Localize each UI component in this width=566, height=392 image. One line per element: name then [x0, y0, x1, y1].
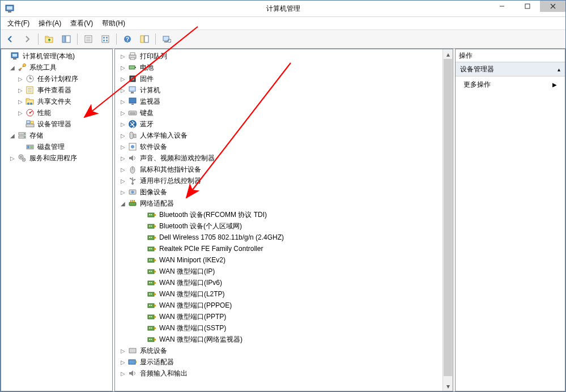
expander-icon[interactable]: ▷	[9, 155, 16, 161]
tree-label: 网络适配器	[139, 199, 175, 208]
actions-section-header[interactable]: 设备管理器 ▴	[456, 62, 565, 76]
device-category[interactable]: ▷系统设备	[115, 345, 443, 356]
scroll-thumb[interactable]	[444, 59, 452, 376]
expander-icon[interactable]: ▷	[120, 359, 126, 365]
expander-icon[interactable]: ▷	[120, 155, 126, 161]
device-item[interactable]: ▷WAN 微型端口(网络监视器)	[115, 334, 443, 345]
expander-icon[interactable]: ▷	[120, 370, 126, 377]
tree-label: 通用串行总线控制器	[139, 176, 202, 186]
app-icon	[5, 4, 14, 13]
device-category-network[interactable]: ◢网络适配器	[115, 198, 443, 209]
device-item[interactable]: ▷Dell Wireless 1705 802.11b/g/n (2.4GHZ)	[115, 232, 443, 243]
device-category[interactable]: ▷图像设备	[115, 186, 443, 198]
tree-storage[interactable]: ◢ 存储	[1, 130, 112, 141]
svg-rect-24	[164, 41, 168, 42]
device-category[interactable]: ▷软件设备	[115, 141, 443, 152]
svg-point-125	[151, 305, 152, 306]
tree-disk-mgmt[interactable]: ▷ 磁盘管理	[1, 141, 112, 152]
device-category[interactable]: ▷鼠标和其他指针设备	[115, 164, 443, 175]
properties-button[interactable]	[81, 32, 96, 46]
device-category[interactable]: ▷音频输入和输出	[115, 368, 443, 379]
menu-file[interactable]: 文件(F)	[3, 18, 34, 29]
device-item[interactable]: ▷Bluetooth 设备(RFCOMM 协议 TDI)	[115, 209, 443, 220]
svg-rect-2	[8, 11, 11, 12]
expander-icon[interactable]: ▷	[120, 76, 126, 82]
expander-icon[interactable]: ◢	[120, 201, 126, 207]
device-item[interactable]: ▷WAN 微型端口(PPTP)	[115, 311, 443, 322]
expander-icon[interactable]: ▷	[17, 99, 24, 105]
device-category-icon	[128, 199, 137, 208]
expander-icon[interactable]: ◢	[9, 133, 16, 139]
toolbar-btn-7[interactable]	[137, 32, 152, 46]
expander-icon[interactable]: ▷	[120, 178, 126, 184]
minimize-button[interactable]	[489, 1, 514, 12]
tree-device-manager[interactable]: ▷ 设备管理器	[1, 118, 112, 130]
device-item[interactable]: ▷WAN 微型端口(SSTP)	[115, 322, 443, 334]
device-item[interactable]: ▷WAN 微型端口(IPv6)	[115, 277, 443, 288]
expander-icon[interactable]: ▷	[120, 348, 126, 354]
up-folder-button[interactable]	[42, 32, 57, 46]
device-category[interactable]: ▷声音、视频和游戏控制器	[115, 152, 443, 164]
menu-help[interactable]: 帮助(H)	[97, 18, 130, 29]
expander-icon[interactable]: ▷	[120, 144, 126, 150]
refresh-button[interactable]	[98, 32, 113, 46]
help-button[interactable]: ?	[120, 32, 135, 46]
device-item[interactable]: ▷Realtek PCIe FE Family Controller	[115, 243, 443, 254]
device-category[interactable]: ▷电池	[115, 62, 443, 73]
expander-icon[interactable]: ▷	[120, 87, 126, 93]
tree-label: 显示适配器	[139, 357, 175, 367]
show-hide-tree-button[interactable]	[59, 32, 74, 46]
device-category[interactable]: ▷键盘	[115, 107, 443, 118]
collapse-icon[interactable]: ▴	[558, 66, 560, 73]
tree-label: 设备管理器	[36, 120, 73, 129]
maximize-button[interactable]	[514, 1, 540, 12]
device-item[interactable]: ▷WAN Miniport (IKEv2)	[115, 254, 443, 266]
expander-icon[interactable]: ▷	[120, 110, 126, 116]
tree-event-viewer[interactable]: ▷ 事件查看器	[1, 84, 112, 96]
device-category[interactable]: ▷通用串行总线控制器	[115, 175, 443, 186]
tree-performance[interactable]: ▷ 性能	[1, 107, 112, 118]
svg-rect-15	[103, 37, 105, 39]
expander-icon[interactable]: ▷	[120, 133, 126, 139]
expander-icon[interactable]: ▷	[120, 99, 126, 105]
expander-icon[interactable]: ▷	[120, 65, 126, 71]
svg-rect-83	[134, 179, 135, 180]
expander-icon[interactable]: ▷	[17, 76, 24, 82]
forward-button[interactable]	[20, 32, 35, 46]
expander-icon[interactable]: ▷	[17, 87, 24, 93]
expander-icon[interactable]: ▷	[120, 53, 126, 59]
back-button[interactable]	[3, 32, 18, 46]
menu-action[interactable]: 操作(A)	[34, 18, 66, 29]
device-category[interactable]: ▷固件	[115, 73, 443, 84]
device-category[interactable]: ▷蓝牙	[115, 118, 443, 130]
expander-icon[interactable]: ▷	[17, 110, 24, 116]
expander-icon[interactable]: ▷	[120, 189, 126, 195]
expander-icon[interactable]: ◢	[9, 65, 16, 71]
more-actions-item[interactable]: 更多操作 ▶	[456, 76, 565, 93]
tree-root[interactable]: ▷ 计算机管理(本地)	[1, 50, 112, 62]
device-item[interactable]: ▷Bluetooth 设备(个人区域网)	[115, 220, 443, 232]
expander-icon[interactable]: ▷	[120, 121, 126, 127]
device-category[interactable]: ▷人体学输入设备	[115, 130, 443, 141]
tree-services-apps[interactable]: ▷ 服务和应用程序	[1, 152, 112, 164]
device-item[interactable]: ▷WAN 微型端口(L2TP)	[115, 288, 443, 300]
close-button[interactable]	[540, 1, 565, 12]
scrollbar[interactable]: ▴ ▾	[442, 49, 453, 391]
device-category[interactable]: ▷计算机	[115, 84, 443, 96]
svg-rect-54	[30, 146, 33, 148]
scroll-down-button[interactable]: ▾	[443, 381, 453, 391]
device-category[interactable]: ▷打印队列	[115, 50, 443, 62]
tree-system-tools[interactable]: ◢ 系统工具	[1, 62, 112, 73]
svg-rect-39	[26, 100, 33, 104]
device-item[interactable]: ▷WAN 微型端口(IP)	[115, 266, 443, 277]
device-category[interactable]: ▷显示适配器	[115, 356, 443, 368]
expander-icon[interactable]: ▷	[120, 167, 126, 173]
device-item[interactable]: ▷WAN 微型端口(PPPOE)	[115, 300, 443, 311]
svg-rect-28	[12, 54, 17, 57]
tree-shared-folders[interactable]: ▷ 共享文件夹	[1, 96, 112, 107]
device-category[interactable]: ▷监视器	[115, 96, 443, 107]
scroll-up-button[interactable]: ▴	[443, 49, 453, 59]
toolbar-btn-8[interactable]	[159, 32, 174, 46]
menu-view[interactable]: 查看(V)	[66, 18, 97, 29]
tree-task-scheduler[interactable]: ▷ 任务计划程序	[1, 73, 112, 84]
